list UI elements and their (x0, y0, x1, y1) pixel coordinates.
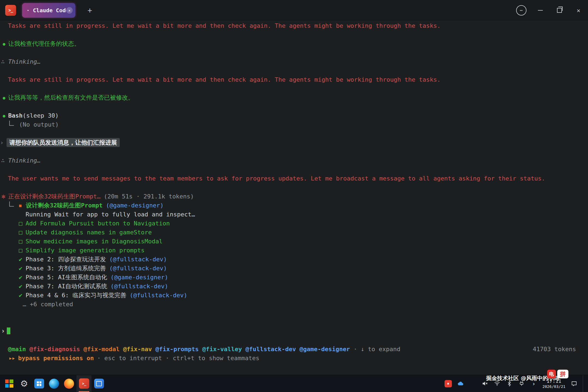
edge-icon (49, 379, 59, 389)
therefore-icon: ∴ (1, 57, 8, 66)
windows-logo-icon (5, 379, 13, 388)
watermark-white-badge: 拼 (557, 370, 568, 378)
thinking-label: Thinking… (8, 157, 41, 164)
checkbox-empty-icon: □ (19, 246, 26, 255)
minimize-icon (538, 10, 543, 11)
check-icon: ✔ (19, 291, 26, 300)
agent-fullstack-dev: @fullstack-dev (246, 346, 296, 353)
agent-fix-nav: @fix-nav (123, 346, 152, 353)
bash-tool-line: ●Bash(sleep 30) (3, 111, 588, 120)
result-connector-icon (9, 201, 14, 207)
store-icon (34, 379, 44, 388)
thinking-line: ∴Thinking… (1, 156, 588, 165)
taskbar-firefox[interactable] (62, 375, 76, 392)
current-task-icon: ■ (19, 201, 26, 210)
terminal-app-icon: >_ (5, 5, 16, 16)
done-text: Phase 5: AI生图系统自动化 (26, 274, 107, 281)
done-agent: (@fullstack-dev) (109, 265, 167, 272)
todo-item: □Add Formula Pursuit button to Navigatio… (19, 219, 588, 228)
token-count: 41703 tokens (533, 345, 576, 354)
taskbar-terminal[interactable]: >_ (76, 375, 91, 392)
bullet-icon: ● (3, 39, 8, 48)
done-agent: (@fullstack-dev) (130, 292, 187, 299)
assistant-text: Tasks are still in progress. Let me wait… (8, 21, 588, 30)
checkbox-empty-icon: □ (19, 237, 26, 246)
new-tab-button[interactable]: + (84, 4, 96, 17)
text-cursor (7, 327, 10, 334)
agent-main: @main (8, 346, 26, 353)
done-agent: (@game-designer) (111, 274, 168, 281)
agent-fix-diagnosis: @fix-diagnosis (29, 346, 80, 353)
todo-text: Add Formula Pursuit button to Navigation (26, 220, 170, 227)
photos-tray-icon[interactable] (469, 380, 476, 387)
window-titlebar: >_ · Claude Code ✕ + ⋯ ✕ (0, 0, 588, 21)
taskbar-settings[interactable]: ⚙ (17, 375, 32, 392)
check-icon: ✔ (19, 273, 26, 282)
tool-result: (No output) (19, 121, 59, 128)
minimize-button[interactable] (531, 0, 550, 21)
therefore-icon: ∴ (1, 156, 8, 165)
done-text: Phase 2: 四诊探查玩法开发 (26, 256, 106, 263)
checkbox-empty-icon: □ (19, 219, 26, 228)
bullet-icon: ● (3, 93, 8, 102)
bypass-status-row: ▸▸bypass permissions on· esc to interrup… (9, 354, 588, 363)
done-agent: (@fullstack-dev) (111, 283, 168, 290)
todo-text: Show medicine images in DiagnosisModal (26, 238, 163, 245)
bash-result-line: (No output) (9, 120, 588, 129)
tool-name: Bash (8, 112, 23, 119)
current-task-line: ■设计剩余32味药生图Prompt(@game-designer) (9, 201, 588, 210)
assistant-bullet-line: ●让我再等等，然后检查所有文件是否已被修改。 (3, 93, 588, 102)
more-options-button[interactable]: ⋯ (512, 0, 531, 21)
restore-icon (557, 8, 562, 13)
terminal-icon: >_ (79, 378, 89, 389)
ellipsis-icon: ⋯ (516, 5, 526, 16)
result-connector-icon (9, 121, 14, 126)
done-text: Phase 4 & 6: 临床实习与视觉完善 (26, 292, 126, 299)
more-completed: … +6 completed (23, 300, 588, 309)
check-icon: ✔ (19, 264, 26, 273)
prompt-input-line[interactable]: › (1, 327, 588, 336)
thinking-line: ∴Thinking… (1, 57, 588, 66)
user-message-line: ›请想你的队员发送消息，让他们汇报进展 (0, 138, 588, 147)
bypass-label: bypass permissions on (18, 355, 94, 362)
watermark-red-badge: 电 (547, 370, 556, 378)
red-tray-icon[interactable] (445, 380, 452, 387)
tab-claude-code[interactable]: · Claude Code ✕ (22, 3, 75, 18)
checkbox-empty-icon: □ (19, 228, 26, 237)
bypass-arrows-icon: ▸▸ (9, 355, 15, 362)
watermark-badge: 电 拼 (547, 370, 568, 378)
thinking-label: Thinking… (8, 58, 41, 65)
check-icon: ✔ (19, 282, 26, 291)
notification-icon[interactable] (571, 380, 578, 387)
done-item: ✔Phase 7: AI自动化测试系统(@fullstack-dev) (19, 282, 588, 291)
done-agent: (@fullstack-dev) (109, 256, 167, 263)
todo-item: □Show medicine images in DiagnosisModal (19, 237, 588, 246)
todo-text: Simplify image generation prompts (26, 247, 145, 254)
running-status: Running Wait for app to fully load and i… (26, 210, 588, 219)
taskbar-edge[interactable] (47, 375, 62, 392)
current-task-agent: (@game-designer) (106, 202, 164, 209)
taskbar-blue-app[interactable] (91, 375, 106, 392)
bullet-icon: ● (3, 111, 8, 120)
current-task-title: 设计剩余32味药生图Prompt (26, 202, 103, 209)
show-desktop-button[interactable] (583, 375, 585, 392)
tool-args: (sleep 30) (23, 112, 59, 119)
keyboard-hints: · esc to interrupt · ctrl+t to show team… (97, 355, 259, 362)
spinner-icon: ✻ (2, 192, 8, 201)
done-text: Phase 7: AI自动化测试系统 (26, 283, 107, 290)
check-icon: ✔ (19, 255, 26, 264)
cloud-tray-icon[interactable] (457, 380, 464, 387)
start-button[interactable] (2, 375, 17, 392)
agent-fix-modal: @fix-modal (84, 346, 120, 353)
done-item: ✔Phase 5: AI生图系统自动化(@game-designer) (19, 273, 588, 282)
agent-fix-prompts: @fix-prompts (155, 346, 199, 353)
terminal-prompt-glyph: >_ (8, 8, 13, 13)
restore-button[interactable] (550, 0, 569, 21)
todo-item: □Update diagnosis names in gameStore (19, 228, 588, 237)
clock-date: 2026/03/21 (543, 384, 565, 389)
taskbar-store[interactable] (32, 375, 47, 392)
tab-close-icon[interactable]: ✕ (66, 7, 73, 14)
close-button[interactable]: ✕ (569, 0, 588, 21)
spinner-text: 正在设计剩余32味药生图Prompt… (8, 193, 100, 200)
blue-app-icon (94, 379, 104, 388)
